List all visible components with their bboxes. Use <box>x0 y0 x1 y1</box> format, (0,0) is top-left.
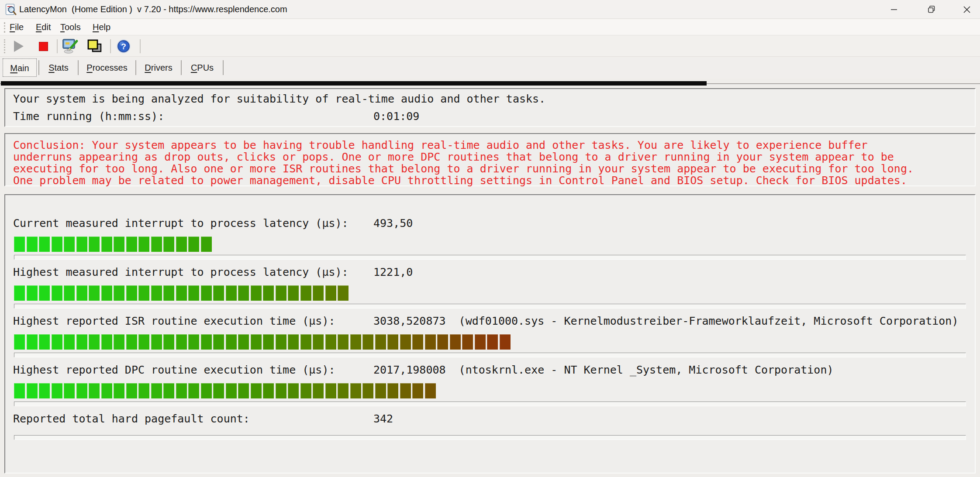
help-button[interactable]: ? <box>114 38 133 55</box>
bar-segment <box>338 334 349 350</box>
driver-detail: (wdf01000.sys - Kernelmodustreiber-Frame… <box>459 315 959 327</box>
toolbar <box>0 36 980 57</box>
bar-segment <box>52 334 62 350</box>
bar-segment <box>450 334 461 350</box>
close-button[interactable] <box>954 0 980 19</box>
bar-segment <box>64 383 75 398</box>
bar-segment <box>14 334 25 350</box>
menu-help[interactable]: Help <box>90 19 113 35</box>
tab-separator <box>135 60 136 75</box>
bar-segment <box>276 383 286 398</box>
close-icon <box>962 4 972 15</box>
time-running-value: 0:01:09 <box>373 110 419 123</box>
bar-segment <box>101 334 112 350</box>
empty-meter <box>14 304 966 309</box>
bar-segment <box>325 334 336 350</box>
conclusion-groupbox: Conclusion: Your system appears to be ha… <box>4 133 976 186</box>
bar-segment <box>163 334 174 350</box>
tab-drivers[interactable]: Drivers <box>137 58 180 77</box>
bar-segment <box>325 383 336 398</box>
bar-segment <box>89 237 100 252</box>
bar-segment <box>27 237 38 252</box>
bar-segment <box>151 383 162 398</box>
tab-main[interactable]: Main <box>3 58 37 77</box>
driver-detail: (ntoskrnl.exe - NT Kernel _System, Micro… <box>459 364 834 376</box>
menu-gripper[interactable] <box>4 22 5 33</box>
bar-segment <box>288 334 299 350</box>
bar-segment <box>14 383 25 398</box>
measurement-label: Reported total hard pagefault count: <box>13 412 250 426</box>
bar-segment <box>188 383 199 398</box>
bar-segment <box>362 334 373 350</box>
maximize-button[interactable] <box>916 0 947 19</box>
menu-file[interactable]: File <box>7 19 26 35</box>
bar-segment <box>64 237 75 252</box>
bar-segment <box>213 334 224 350</box>
bar-segment <box>89 334 100 350</box>
conclusion-text: Conclusion: Your system appears to be ha… <box>13 139 914 186</box>
help-icon: ? <box>116 39 131 54</box>
bar-segment <box>151 237 162 252</box>
tab-cpus[interactable]: CPUs <box>183 58 222 77</box>
stop-monitor-button[interactable] <box>34 38 52 55</box>
measurement-value: 3038,520873(wdf01000.sys - Kernelmodustr… <box>373 315 958 328</box>
bar-segment <box>362 383 373 398</box>
measurement-label: Highest measured interrupt to process la… <box>13 266 349 279</box>
menu-edit[interactable]: Edit <box>33 19 53 35</box>
bar-segment <box>201 383 212 398</box>
bar-segment <box>238 334 249 350</box>
latency-bar <box>14 334 966 350</box>
bar-segment <box>338 383 349 398</box>
bar-segment <box>101 237 112 252</box>
analyze-button[interactable] <box>61 38 79 55</box>
bar-segment <box>14 285 25 301</box>
bar-segment <box>201 237 212 252</box>
bar-segment <box>52 285 62 301</box>
processes-button[interactable] <box>86 38 104 55</box>
bar-segment <box>163 383 174 398</box>
measurement-value: 342 <box>373 412 393 426</box>
menu-bar <box>0 19 980 35</box>
bar-segment <box>251 285 262 301</box>
start-monitor-button[interactable] <box>10 38 28 55</box>
tab-stats[interactable]: Stats <box>40 58 77 77</box>
tab-processes[interactable]: Processes <box>79 58 135 77</box>
bar-segment <box>27 383 38 398</box>
title-bar[interactable]: LatencyMon (Home Edition ) v 7.20 - http… <box>0 0 980 19</box>
bar-segment <box>251 334 262 350</box>
bar-segment <box>263 334 274 350</box>
toolbar-separator <box>110 39 111 53</box>
tab-separator <box>78 60 79 75</box>
bar-segment <box>64 334 75 350</box>
empty-meter <box>14 353 966 357</box>
bar-segment <box>425 334 436 350</box>
bar-segment <box>138 237 149 252</box>
toolbar-gripper[interactable] <box>4 39 5 53</box>
bar-segment <box>101 383 112 398</box>
bar-segment <box>126 237 137 252</box>
bar-segment <box>251 383 262 398</box>
bar-segment <box>52 383 62 398</box>
bar-segment <box>27 285 38 301</box>
bar-segment <box>238 383 249 398</box>
bar-segment <box>52 237 62 252</box>
menu-tools[interactable]: Tools <box>58 19 83 35</box>
latency-bar <box>14 383 966 399</box>
bar-segment <box>114 334 124 350</box>
bar-segment <box>288 285 299 301</box>
minimize-button[interactable] <box>879 0 909 19</box>
bar-segment <box>213 383 224 398</box>
bar-segment <box>375 334 386 350</box>
bar-segment <box>400 334 411 350</box>
measurement-label: Current measured interrupt to process la… <box>13 217 349 230</box>
status-groupbox: Your system is being analyzed for suitab… <box>4 88 976 127</box>
bar-segment <box>176 383 187 398</box>
bar-segment <box>39 383 50 398</box>
bar-segment <box>188 285 199 301</box>
bar-segment <box>138 285 149 301</box>
bar-segment <box>238 285 249 301</box>
bar-segment <box>101 285 112 301</box>
bar-segment <box>350 383 361 398</box>
bar-segment <box>276 285 286 301</box>
latency-bar <box>14 236 966 252</box>
